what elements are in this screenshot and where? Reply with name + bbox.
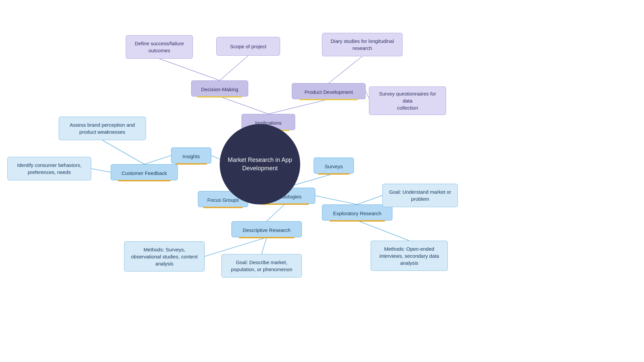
- node-label-focus_groups: Focus Groups: [207, 196, 239, 203]
- svg-line-5: [159, 59, 220, 80]
- node-label-survey_questionnaires: Survey questionnaires for data collectio…: [375, 90, 440, 111]
- node-decision_making: Decision-Making: [191, 80, 248, 97]
- svg-line-10: [102, 140, 144, 164]
- node-box-decision_making: Decision-Making: [191, 80, 248, 97]
- node-box-insights: Insights: [171, 147, 211, 164]
- node-box-exploratory_research: Exploratory Research: [322, 204, 392, 221]
- svg-line-6: [220, 56, 248, 80]
- node-label-surveys: Surveys: [325, 163, 343, 170]
- svg-line-19: [357, 221, 409, 241]
- node-customer_feedback: Customer Feedback: [111, 164, 178, 180]
- svg-line-16: [205, 237, 267, 256]
- center-node: Market Research in App Development: [220, 124, 300, 204]
- node-label-diary_studies: Diary studies for longitudinal research: [331, 38, 394, 52]
- node-box-survey_questionnaires: Survey questionnaires for data collectio…: [369, 86, 446, 115]
- node-label-scope_of_project: Scope of project: [230, 43, 266, 50]
- node-label-descriptive_research: Descriptive Research: [243, 227, 291, 234]
- node-box-assess_brand: Assess brand perception and product weak…: [59, 117, 146, 140]
- node-identify_consumer: Identify consumer behaviors, preferences…: [7, 157, 91, 180]
- node-goal_describe: Goal: Describe market, population, or ph…: [221, 254, 302, 278]
- svg-line-17: [262, 237, 267, 254]
- node-label-goal_understand: Goal: Understand market or problem: [389, 188, 451, 202]
- node-box-goal_describe: Goal: Describe market, population, or ph…: [221, 254, 302, 278]
- node-label-customer_feedback: Customer Feedback: [121, 170, 167, 177]
- node-label-goal_describe: Goal: Describe market, population, or ph…: [231, 259, 292, 273]
- node-label-identify_consumer: Identify consumer behaviors, preferences…: [17, 162, 82, 176]
- node-box-methods_surveys: Methods: Surveys, observational studies,…: [124, 241, 205, 272]
- svg-line-14: [267, 204, 285, 221]
- node-label-define_success: Define success/failure outcomes: [135, 40, 184, 54]
- node-box-methods_open: Methods: Open-ended interviews, secondar…: [371, 241, 448, 271]
- node-define_success: Define success/failure outcomes: [126, 35, 193, 59]
- node-box-goal_understand: Goal: Understand market or problem: [382, 184, 458, 207]
- svg-line-18: [357, 195, 382, 204]
- svg-line-8: [366, 91, 369, 98]
- node-label-methods_surveys: Methods: Surveys, observational studies,…: [131, 246, 198, 267]
- node-product_development: Product Development: [292, 83, 366, 99]
- node-box-diary_studies: Diary studies for longitudinal research: [322, 33, 402, 56]
- svg-line-4: [268, 99, 329, 114]
- node-label-assess_brand: Assess brand perception and product weak…: [70, 121, 135, 135]
- node-label-methods_open: Methods: Open-ended interviews, secondar…: [379, 245, 439, 266]
- center-label: Market Research in App Development: [220, 156, 300, 173]
- node-goal_understand: Goal: Understand market or problem: [382, 184, 458, 207]
- svg-line-2: [211, 156, 220, 159]
- node-box-product_development: Product Development: [292, 83, 366, 99]
- node-insights: Insights: [171, 147, 211, 164]
- node-surveys: Surveys: [314, 158, 354, 174]
- node-diary_studies: Diary studies for longitudinal research: [322, 33, 402, 56]
- node-box-descriptive_research: Descriptive Research: [231, 221, 302, 237]
- node-box-define_success: Define success/failure outcomes: [126, 35, 193, 59]
- svg-line-15: [315, 196, 357, 204]
- svg-line-11: [91, 169, 111, 172]
- node-box-surveys: Surveys: [314, 158, 354, 174]
- node-scope_of_project: Scope of project: [216, 37, 280, 56]
- node-methods_open: Methods: Open-ended interviews, secondar…: [371, 241, 448, 271]
- svg-line-7: [329, 56, 362, 83]
- svg-line-3: [220, 97, 268, 114]
- node-methods_surveys: Methods: Surveys, observational studies,…: [124, 241, 205, 272]
- node-exploratory_research: Exploratory Research: [322, 204, 392, 221]
- node-label-decision_making: Decision-Making: [201, 86, 238, 93]
- node-survey_questionnaires: Survey questionnaires for data collectio…: [369, 86, 446, 115]
- node-label-exploratory_research: Exploratory Research: [333, 210, 381, 217]
- node-label-product_development: Product Development: [305, 88, 353, 96]
- node-box-customer_feedback: Customer Feedback: [111, 164, 178, 180]
- node-descriptive_research: Descriptive Research: [231, 221, 302, 237]
- svg-line-9: [144, 156, 171, 164]
- node-label-insights: Insights: [182, 153, 200, 160]
- node-assess_brand: Assess brand perception and product weak…: [59, 117, 146, 140]
- node-box-scope_of_project: Scope of project: [216, 37, 280, 56]
- node-box-identify_consumer: Identify consumer behaviors, preferences…: [7, 157, 91, 180]
